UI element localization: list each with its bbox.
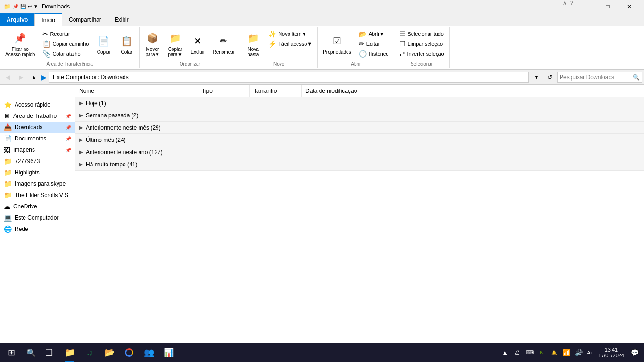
sidebar-icon-imagens: 🖼 (4, 146, 10, 154)
taskbar-chrome[interactable] (120, 343, 139, 362)
sidebar-item-area-trabalho[interactable]: 🖥 Área de Trabalho 📌 (0, 110, 75, 122)
sidebar-item-acesso-rapido[interactable]: ⭐ Acesso rápido (0, 99, 75, 110)
notification-center-button[interactable]: 💬 (629, 343, 640, 362)
minimize-button[interactable]: ─ (575, 0, 597, 13)
help-icon[interactable]: ? (569, 0, 575, 13)
sidebar-label-este-computador: Este Computador (15, 214, 71, 221)
btn-editar[interactable]: ✏ Editar (355, 39, 392, 49)
back-button[interactable]: ◀ (2, 72, 13, 83)
btn-inverter-selecao[interactable]: ⇄ Inverter seleção (396, 49, 447, 58)
sidebar-item-72779673[interactable]: 📁 72779673 (0, 156, 75, 167)
group-label-ha-muito-tempo: Há muito tempo (41) (86, 161, 137, 168)
taskbar-teams[interactable]: 👥 (140, 343, 158, 362)
group-label-organizar: Organizar (141, 60, 238, 67)
refresh-button[interactable]: ↺ (544, 72, 555, 83)
sidebar-icon-onedrive: ☁ (4, 203, 10, 210)
sidebar-item-highlights[interactable]: 📁 Highlights (0, 167, 75, 178)
sidebar-label-rede: Rede (15, 226, 71, 232)
tab-exibir[interactable]: Exibir (108, 13, 135, 26)
btn-abrir[interactable]: 📂 Abrir▼ (355, 29, 392, 39)
btn-propriedades[interactable]: ☑ Propriedades (320, 28, 354, 59)
col-header-tipo[interactable]: Tipo (198, 85, 250, 97)
btn-copiar[interactable]: 📄 Copiar (93, 28, 115, 59)
search-box[interactable]: 🔍 (557, 72, 642, 83)
group-organizar-inner: 📦 Moverpara▼ 📁 Copiarpara▼ ✕ Excluir ✏ R… (141, 28, 238, 60)
group-area-transferencia: 📌 Fixar noAcesso rápido ✂ Recortar 📋 Cop… (0, 27, 140, 68)
taskbar-clock[interactable]: 13:41 17/01/2024 (594, 347, 628, 358)
btn-historico[interactable]: 🕐 Histórico (355, 49, 392, 58)
tray-speaker-icon[interactable]: 🔊 (573, 343, 584, 362)
sidebar-icon-highlights: 📁 (4, 169, 12, 176)
sidebar-item-elder-scrolls[interactable]: 📁 The Elder Scrolls V S (0, 189, 75, 201)
col-header-data[interactable]: Data de modificação (302, 85, 396, 97)
sidebar-item-documentos[interactable]: 📄 Documentos 📌 (0, 133, 75, 144)
file-group-ultimo-mes[interactable]: ▶ Último mês (24) (75, 134, 644, 146)
sidebar-item-downloads[interactable]: 📥 Downloads 📌 (0, 122, 75, 133)
btn-colar[interactable]: 📋 Colar (116, 28, 137, 59)
btn-facil-acesso[interactable]: ⚡ Fácil acesso▼ (265, 39, 315, 49)
tray-wifi-icon[interactable]: 📶 (561, 343, 572, 362)
tab-arquivo[interactable]: Arquivo (0, 13, 34, 26)
file-group-anteriormente-ano[interactable]: ▶ Anteriormente neste ano (127) (75, 146, 644, 158)
file-group-anteriormente-mes[interactable]: ▶ Anteriormente neste mês (29) (75, 122, 644, 134)
btn-nova-pasta[interactable]: 📁 Novapasta (242, 28, 264, 59)
taskbar-explorer[interactable]: 📁 (60, 343, 79, 362)
copy-path-icon: 📋 (42, 40, 50, 48)
btn-renomear[interactable]: ✏ Renomear (209, 28, 238, 59)
address-path[interactable]: Este Computador › Downloads (49, 72, 529, 83)
col-header-tamanho[interactable]: Tamanho (250, 85, 302, 97)
btn-recortar[interactable]: ✂ Recortar (39, 29, 92, 39)
sidebar-icon-72779673: 📁 (4, 157, 12, 165)
btn-copiar-para[interactable]: 📁 Copiarpara▼ (164, 28, 186, 59)
file-group-hoje[interactable]: ▶ Hoje (1) (75, 97, 644, 109)
tab-inicio[interactable]: Início (34, 13, 62, 26)
btn-novo-item[interactable]: ✨ Novo item▼ (265, 29, 315, 39)
sidebar-item-rede[interactable]: 🌐 Rede (0, 223, 75, 235)
tab-compartilhar[interactable]: Compartilhar (62, 13, 108, 26)
btn-copiar-caminho[interactable]: 📋 Copiar caminho (39, 39, 92, 49)
btn-fixar-acesso-rapido[interactable]: 📌 Fixar noAcesso rápido (2, 28, 38, 59)
breadcrumb-downloads[interactable]: Downloads (100, 74, 128, 81)
sidebar-label-area-trabalho: Área de Trabalho (13, 113, 63, 119)
dropdown-icon: ▼ (33, 4, 38, 9)
taskbar-folder2[interactable]: 📂 (100, 343, 119, 362)
search-input[interactable] (560, 74, 633, 81)
taskbar-app6[interactable]: 📊 (159, 343, 178, 362)
btn-selecionar-tudo[interactable]: ☰ Selecionar tudo (396, 29, 447, 39)
forward-button[interactable]: ▶ (15, 72, 26, 83)
group-label-anteriormente-ano: Anteriormente neste ano (127) (86, 149, 163, 156)
start-button[interactable]: ⊞ (0, 343, 23, 362)
group-label-semana-passada: Semana passada (2) (86, 112, 138, 119)
rename-icon: ✏ (216, 33, 231, 49)
up-button[interactable]: ▲ (28, 72, 40, 83)
tray-keyboard-icon[interactable]: ⌨ (524, 343, 535, 362)
ribbon-collapse-icon[interactable]: ∧ (561, 0, 569, 13)
close-button[interactable]: ✕ (619, 0, 640, 13)
file-group-ha-muito-tempo[interactable]: ▶ Há muito tempo (41) (75, 158, 644, 171)
tray-nvidia-icon[interactable]: N (536, 343, 547, 362)
sidebar-item-onedrive[interactable]: ☁ OneDrive (0, 201, 75, 212)
file-group-semana-passada[interactable]: ▶ Semana passada (2) (75, 109, 644, 122)
address-dropdown-button[interactable]: ▼ (531, 72, 542, 83)
col-header-nome[interactable]: Nome (75, 85, 198, 97)
taskbar-spotify[interactable]: ♫ (80, 343, 99, 362)
taskbar-search[interactable]: 🔍 (23, 343, 40, 362)
sidebar-item-este-computador[interactable]: 💻 Este Computador (0, 212, 75, 223)
file-list: ▶ Hoje (1) ▶ Semana passada (2) ▶ Anteri… (75, 97, 644, 351)
breadcrumb-este-computador[interactable]: Este Computador (53, 74, 97, 81)
tray-arrow-icon[interactable]: ▲ (499, 343, 511, 362)
taskbar-taskview[interactable]: ❑ (40, 343, 58, 362)
expand-icon: ▶ (79, 149, 83, 155)
sidebar-icon-documentos: 📄 (4, 135, 12, 142)
taskbar-lang[interactable]: Ai (585, 350, 594, 355)
sidebar-item-imagens-skype[interactable]: 📁 Imagens para skype (0, 178, 75, 189)
tray-print-icon[interactable]: 🖨 (512, 343, 523, 362)
sidebar-item-imagens[interactable]: 🖼 Imagens 📌 (0, 144, 75, 156)
btn-excluir[interactable]: ✕ Excluir (187, 28, 208, 59)
btn-colar-atalho[interactable]: 📎 Colar atalho (39, 49, 92, 58)
btn-mover-para[interactable]: 📦 Moverpara▼ (141, 28, 163, 59)
btn-limpar-selecao[interactable]: ☐ Limpar seleção (396, 39, 447, 49)
tray-icon2[interactable]: 🔔 (548, 343, 560, 362)
clock-time: 13:41 (605, 347, 618, 353)
maximize-button[interactable]: □ (597, 0, 619, 13)
